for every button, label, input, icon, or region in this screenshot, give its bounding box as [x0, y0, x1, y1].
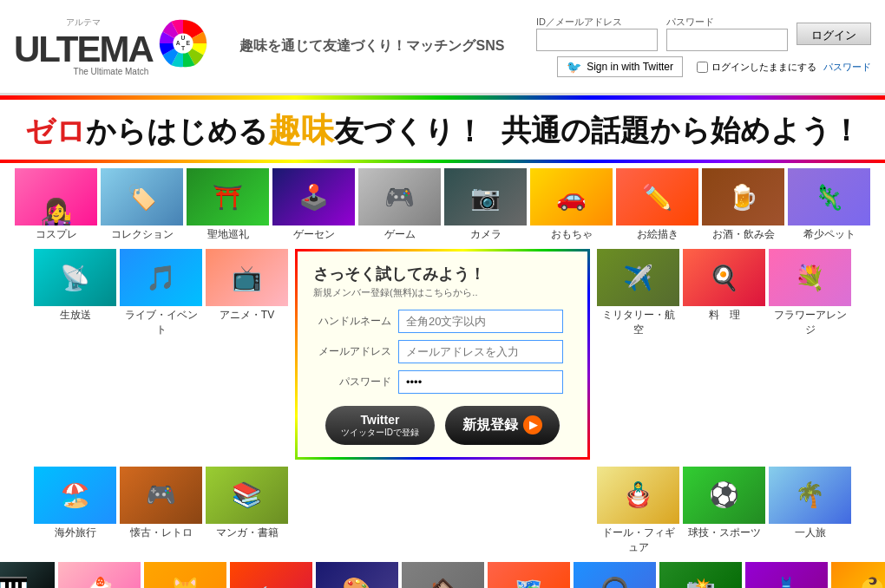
cat-omocha[interactable]: 🚗 おもちゃ [530, 168, 613, 242]
cat-retro[interactable]: 🎮 懐古・レトロ [120, 467, 202, 555]
cat-collection-label: コレクション [111, 227, 174, 242]
cat-kaigai[interactable]: 🏖️ 海外旅行 [34, 467, 116, 555]
id-input[interactable] [536, 29, 658, 51]
cat-flower-label: フラワーアレンジ [769, 308, 851, 337]
cat-manga-label: マンガ・書籍 [216, 526, 279, 540]
cat-ryouri-label: 料 理 [709, 308, 740, 323]
twitter-btn-sublabel: ツイッターIDで登録 [341, 428, 419, 438]
hero-text-2: 共通の話題から始めよう！ [502, 111, 861, 151]
hero-shumi: 趣味 [268, 112, 334, 148]
login-button[interactable]: ログイン [796, 23, 871, 45]
reg-title: さっそく試してみよう！ [313, 264, 572, 284]
logo-color-wheel: U E T A [158, 18, 208, 69]
cat-kisho-pet-label: 希少ペット [803, 227, 856, 242]
cat-gesen-label: ゲーセン [293, 227, 335, 242]
cat-military-label: ミリタリー・航空 [597, 308, 679, 337]
cat-omocha-label: おもちゃ [551, 227, 593, 242]
cat-art[interactable]: 🎨 アート・芸術 [316, 562, 398, 588]
logo-kana: アルテマ [14, 16, 153, 29]
keep-login-text: ログインしたままにする [711, 61, 816, 74]
cat-ball-label: 球技・スポーツ [688, 526, 761, 540]
svg-text:U: U [180, 35, 185, 41]
cat-camera[interactable]: 📷 カメラ [444, 168, 527, 242]
cat-oekaki-label: お絵描き [637, 227, 678, 242]
password-forgot-link[interactable]: パスワード [823, 61, 871, 74]
twitter-btn-label: Twitter [361, 413, 400, 428]
register-button[interactable]: 新規登録 ▶ [445, 406, 560, 445]
email-input[interactable] [398, 340, 563, 363]
cat-ongaku[interactable]: 🎧 音楽♪ [574, 562, 656, 588]
cat-seichi[interactable]: ⛩️ 聖地巡礼 [187, 168, 269, 242]
cat-collection[interactable]: 🏷️ コレクション [101, 168, 183, 242]
cat-seichi-label: 聖地巡礼 [207, 227, 249, 242]
cat-fashion[interactable]: 👗 ファッション [745, 562, 828, 588]
cat-retro-label: 懐古・レトロ [130, 526, 193, 540]
twitter-signin-button[interactable]: 🐦 Sign in with Twitter [557, 56, 683, 77]
hero-text-1: ゼロからはじめる趣味友づくり！ [25, 108, 484, 153]
cat-osake[interactable]: 🍺 お酒・飲み会 [702, 168, 784, 242]
cat-anime[interactable]: 📺 アニメ・TV [206, 249, 288, 323]
handle-label: ハンドルネーム [313, 314, 391, 329]
hero-kara: からはじめる [86, 114, 268, 147]
header: アルテマ ULTEMA U [0, 0, 885, 95]
twitter-signin-label: Sign in with Twitter [587, 61, 673, 73]
logo-ultema: ULTEMA [14, 29, 153, 70]
cat-namahouso[interactable]: 📡 生放送 [34, 249, 116, 323]
svg-text:E: E [186, 40, 190, 46]
cat-haijo[interactable]: 🏚️ 廃 墟 [402, 562, 484, 588]
cat-cosplay[interactable]: 👩‍🎤 コスプレ [15, 168, 97, 242]
password-input-reg[interactable] [398, 370, 563, 394]
category-grid-top: 👩‍🎤 コスプレ 🏷️ コレクション ⛩️ 聖地巡礼 🕹️ ゲーセン 🎮 ゲーム… [0, 163, 885, 588]
registration-box: さっそく試してみよう！ 新規メンバー登録(無料)はこちらから.. ハンドルネーム… [295, 249, 590, 460]
play-icon: ▶ [523, 415, 542, 434]
cat-oekaki[interactable]: ✏️ お絵描き [616, 168, 698, 242]
cat-military[interactable]: ✈️ ミリタリー・航空 [597, 249, 679, 337]
login-area: ID／メールアドレス パスワード ログイン 🐦 Sign in with Twi… [536, 16, 871, 77]
id-label: ID／メールアドレス [536, 16, 658, 29]
cat-namahouso-label: 生放送 [60, 308, 91, 323]
cat-live-label: ライブ・イベント [120, 308, 202, 337]
cat-ball[interactable]: ⚽ 球技・スポーツ [683, 467, 765, 555]
email-label: メールアドレス [313, 344, 391, 359]
cat-lesson[interactable]: 🎹 レッスン・習い事 [0, 562, 55, 588]
cat-hitori-label: 一人旅 [795, 526, 826, 540]
handle-input[interactable] [398, 310, 563, 333]
hero-zero: ゼロ [25, 114, 86, 147]
reg-subtitle: 新規メンバー登録(無料)はこちらから.. [313, 286, 572, 299]
cat-kuruma[interactable]: 🏍️ クルマ・バイク [230, 562, 312, 588]
password-label: パスワード [313, 375, 391, 389]
cat-sweets[interactable]: 🍰 スイーツ [58, 562, 141, 588]
cat-camera-label: カメラ [470, 227, 502, 242]
register-label: 新規登録 [462, 416, 518, 434]
password-input[interactable] [666, 29, 788, 51]
cat-manga[interactable]: 📚 マンガ・書籍 [206, 467, 288, 555]
cat-gesen[interactable]: 🕹️ ゲーセン [272, 168, 355, 242]
twitter-icon: 🐦 [567, 60, 581, 74]
cat-kaigai-label: 海外旅行 [55, 526, 96, 540]
cat-doll[interactable]: 🪆 ドール・フィギュア [597, 467, 679, 555]
keep-login-checkbox[interactable] [697, 62, 708, 73]
cat-neko[interactable]: 🐱 ね こ [144, 562, 226, 588]
svg-text:A: A [176, 40, 180, 46]
logo-subtitle: The Ultimate Match [74, 67, 149, 76]
tagline: 趣味を通じて友達づくり！マッチングSNS [226, 37, 519, 56]
cat-cosplay-label: コスプレ [36, 227, 77, 242]
cat-doll-label: ドール・フィギュア [597, 526, 679, 555]
cat-osake-label: お酒・飲み会 [712, 227, 775, 242]
logo-area: アルテマ ULTEMA U [14, 16, 208, 76]
cat-ikuji[interactable]: 👶 育児・教育 [831, 562, 886, 588]
twitter-register-button[interactable]: Twitter ツイッターIDで登録 [325, 406, 435, 445]
cat-game[interactable]: 🎮 ゲーム [358, 168, 441, 242]
hero-section: ゼロからはじめる趣味友づくり！ 共通の話題から始めよう！ [0, 100, 885, 160]
cat-live[interactable]: 🎵 ライブ・イベント [120, 249, 202, 337]
logo-text-area: アルテマ ULTEMA [14, 16, 153, 70]
cat-rosenzu[interactable]: 🗺️ 路線図 [488, 562, 570, 588]
cat-shashin[interactable]: 📸 写真・撮影 [659, 562, 742, 588]
keep-login-label[interactable]: ログインしたままにする [697, 61, 816, 74]
hero-tomo: 友づくり！ [334, 114, 484, 147]
cat-flower[interactable]: 💐 フラワーアレンジ [769, 249, 851, 337]
cat-hitori[interactable]: 🌴 一人旅 [769, 467, 851, 555]
pw-label: パスワード [666, 16, 788, 29]
cat-ryouri[interactable]: 🍳 料 理 [683, 249, 765, 323]
cat-kisho-pet[interactable]: 🦎 希少ペット [788, 168, 870, 242]
